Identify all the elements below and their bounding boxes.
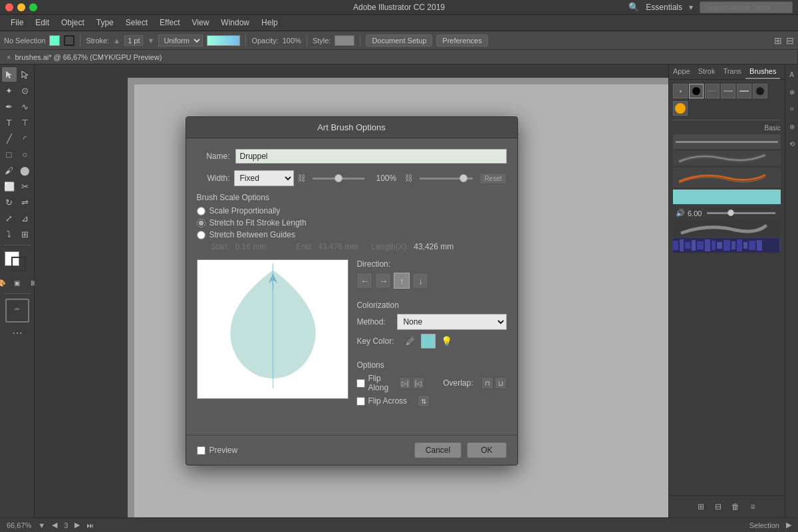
- method-select[interactable]: None Tints Tints and Shades Hue Shift: [397, 314, 506, 330]
- stroke-swatch[interactable]: [64, 35, 74, 46]
- touch-type-tool[interactable]: ⊤: [18, 115, 33, 130]
- doc-setup-button[interactable]: Document Setup: [366, 35, 432, 47]
- lasso-tool[interactable]: ⊙: [18, 83, 33, 98]
- stroke-color[interactable]: [11, 257, 26, 271]
- panel-icon-menu[interactable]: ≡: [746, 500, 759, 513]
- type-tool[interactable]: T: [2, 115, 17, 130]
- brush-swatch-circle-black[interactable]: [689, 84, 704, 98]
- pen-tool[interactable]: ✒: [2, 99, 17, 114]
- paintbrush-tool[interactable]: 🖌: [2, 163, 17, 178]
- brush-stroke-item-1[interactable]: [673, 134, 781, 149]
- dir-up-btn[interactable]: ↑: [394, 273, 410, 289]
- rotate-tool[interactable]: ↻: [2, 195, 17, 209]
- width-slider2-thumb[interactable]: [460, 174, 467, 182]
- brush-swatch-dash1[interactable]: [705, 84, 720, 98]
- curvature-tool[interactable]: ∿: [18, 99, 33, 114]
- panel-icon-1[interactable]: ⊞: [694, 500, 708, 513]
- zoom-down-icon[interactable]: ▼: [38, 521, 45, 529]
- tab-brushes[interactable]: Brushes: [745, 65, 780, 79]
- brush-stroke-item-4[interactable]: [673, 190, 781, 204]
- name-input[interactable]: [235, 149, 507, 164]
- overlap-icon2[interactable]: ⊔: [495, 377, 507, 389]
- artboard-tool[interactable]: 艹: [5, 299, 29, 323]
- selection-tool[interactable]: [2, 67, 17, 82]
- more-tools[interactable]: ⋯: [10, 325, 25, 340]
- ok-button[interactable]: OK: [467, 442, 506, 458]
- arrange-icon[interactable]: ⊞: [774, 35, 782, 46]
- menu-effect[interactable]: Effect: [154, 17, 185, 29]
- minimize-button[interactable]: [17, 3, 25, 11]
- nav-next-icon[interactable]: ▶: [74, 521, 80, 529]
- layout-icon[interactable]: ⊟: [786, 35, 794, 46]
- close-button[interactable]: [5, 3, 13, 11]
- width-slider2[interactable]: [420, 178, 473, 180]
- menu-view[interactable]: View: [187, 17, 215, 29]
- eyedropper-icon[interactable]: 🖉: [404, 334, 417, 348]
- preview-checkbox[interactable]: [197, 446, 205, 455]
- panel-icon-delete[interactable]: 🗑: [729, 500, 742, 513]
- menu-type[interactable]: Type: [91, 17, 119, 29]
- color-icon[interactable]: 🎨: [0, 275, 9, 290]
- flip-along-icon1[interactable]: ▷|: [399, 377, 411, 389]
- line-tool[interactable]: ╱: [2, 131, 17, 146]
- brush-swatch-dash3[interactable]: [737, 84, 751, 98]
- mini-tool-5[interactable]: ⟲: [785, 136, 799, 151]
- reset-button[interactable]: Reset: [479, 173, 506, 184]
- shear-tool[interactable]: ⊿: [18, 211, 33, 225]
- volume-track[interactable]: [707, 212, 775, 214]
- width-slider-thumb[interactable]: [334, 174, 342, 182]
- stretch-between-radio[interactable]: [197, 231, 205, 239]
- fill-swatch[interactable]: [49, 35, 60, 46]
- width-type-select[interactable]: Fixed: [234, 170, 294, 186]
- reflect-tool[interactable]: ⇌: [18, 195, 33, 209]
- pattern-item[interactable]: [673, 238, 781, 253]
- essentials-label[interactable]: Essentials: [646, 3, 682, 12]
- flip-along-icon2[interactable]: |◁: [412, 377, 424, 389]
- menu-edit[interactable]: Edit: [30, 17, 55, 29]
- menu-window[interactable]: Window: [215, 17, 255, 29]
- direct-selection-tool[interactable]: [18, 67, 33, 82]
- tab-close-icon[interactable]: ×: [7, 53, 11, 61]
- nav-last-icon[interactable]: ⏭: [86, 521, 94, 529]
- brush-swatch-dot-small[interactable]: [673, 84, 688, 98]
- stock-search-input[interactable]: [700, 1, 793, 13]
- mini-tool-3[interactable]: ⌗: [785, 102, 799, 116]
- document-tab[interactable]: × brushes.ai* @ 66,67% (CMYK/GPU Preview…: [0, 50, 798, 65]
- mini-tool-2[interactable]: ⊕: [785, 84, 799, 99]
- tab-trans[interactable]: Trans: [719, 65, 745, 79]
- eraser-tool[interactable]: ⬜: [2, 179, 17, 194]
- scale-tool[interactable]: ⤢: [2, 211, 17, 225]
- free-transform-tool[interactable]: ⊞: [18, 227, 33, 241]
- menu-help[interactable]: Help: [256, 17, 283, 29]
- volume-thumb[interactable]: [728, 209, 734, 216]
- callig-item[interactable]: [673, 220, 781, 236]
- ellipse-tool[interactable]: ○: [18, 147, 33, 162]
- scissors-tool[interactable]: ✂: [18, 179, 33, 194]
- arc-tool[interactable]: ◜: [18, 131, 33, 146]
- brush-swatch-dash2[interactable]: [721, 84, 735, 98]
- blob-brush-tool[interactable]: ⬤: [18, 163, 33, 178]
- magic-wand-tool[interactable]: ✦: [2, 83, 17, 98]
- overlap-icon1[interactable]: ⊓: [481, 377, 493, 389]
- stretch-to-fit-radio[interactable]: [197, 219, 205, 227]
- tip-icon[interactable]: 💡: [440, 334, 453, 348]
- brush-stroke-item-3[interactable]: [673, 168, 781, 188]
- brush-stroke-item-2[interactable]: [673, 151, 781, 166]
- menu-file[interactable]: File: [5, 17, 29, 29]
- status-arrow-icon[interactable]: ▶: [786, 521, 791, 529]
- panel-icon-2[interactable]: ⊟: [712, 500, 725, 513]
- brush-swatch-yellow[interactable]: [673, 101, 688, 116]
- menu-object[interactable]: Object: [56, 17, 90, 29]
- nav-prev-icon[interactable]: ◀: [52, 521, 57, 529]
- mini-tool-4[interactable]: ⊛: [785, 119, 799, 134]
- flip-across-icon[interactable]: ⇅: [418, 395, 430, 407]
- warp-tool[interactable]: ⤵: [2, 227, 17, 241]
- stroke-type-select[interactable]: Uniform: [158, 35, 203, 47]
- flip-along-checkbox[interactable]: [356, 379, 365, 388]
- rect-tool[interactable]: □: [2, 147, 17, 162]
- maximize-button[interactable]: [29, 3, 37, 11]
- dir-left-btn[interactable]: ←: [356, 273, 372, 289]
- flip-across-checkbox[interactable]: [356, 397, 365, 406]
- scale-proportionally-radio[interactable]: [197, 207, 205, 215]
- key-color-swatch[interactable]: [421, 334, 436, 348]
